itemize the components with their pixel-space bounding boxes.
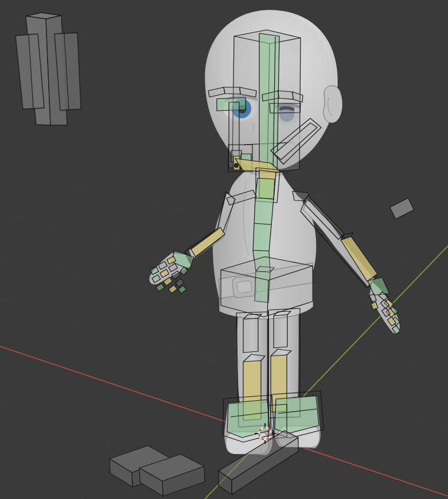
viewport-canvas[interactable] [0, 0, 448, 499]
head-bone-core[interactable] [259, 33, 279, 172]
ear[interactable] [324, 86, 342, 123]
viewport-3d[interactable] [0, 0, 448, 499]
